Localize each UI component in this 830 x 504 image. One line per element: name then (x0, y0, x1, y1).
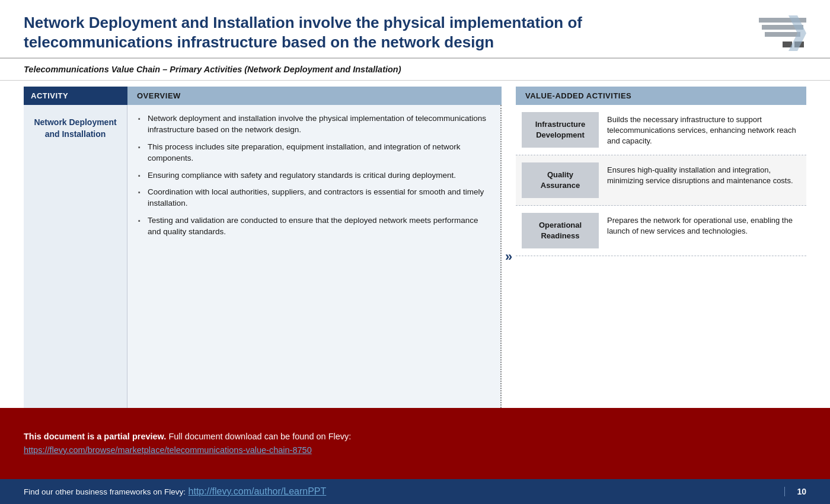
vaa-item-desc: Builds the necessary infrastructure to s… (607, 112, 800, 147)
vaa-item: Quality AssuranceEnsures high-quality in… (516, 155, 806, 206)
overview-bullet: This process includes site preparation, … (138, 142, 490, 164)
overview-bullet: Testing and validation are conducted to … (138, 215, 490, 238)
vaa-item-label: Infrastructure Development (528, 119, 593, 140)
col-separator-header (502, 87, 516, 105)
vaa-item-desc: Prepares the network for operational use… (607, 213, 800, 237)
preview-link[interactable]: https://flevy.com/browse/marketplace/tel… (24, 445, 312, 455)
footer-content: Find our other business frameworks on Fl… (24, 486, 326, 497)
footer-link[interactable]: http://flevy.com/author/LearnPPT (189, 486, 327, 496)
overview-bullet: Coordination with local authorities, sup… (138, 187, 490, 209)
page-title: Network Deployment and Installation invo… (24, 13, 676, 52)
activity-label: Network Deployment and Installation (31, 117, 120, 140)
slide: Network Deployment and Installation invo… (0, 0, 830, 504)
table-header-row: ACTIVITY OVERVIEW VALUE-ADDED ACTIVITIES (24, 87, 806, 105)
vaa-item-label: Quality Assurance (528, 170, 593, 190)
overview-bullets: Network deployment and installation invo… (138, 113, 490, 238)
table-wrapper: ACTIVITY OVERVIEW VALUE-ADDED ACTIVITIES… (24, 87, 806, 408)
chevron-double-icon: » (505, 249, 512, 264)
svg-rect-2 (765, 32, 800, 37)
col-vaa-body: Infrastructure DevelopmentBuilds the nec… (516, 105, 806, 408)
vaa-item-label-box: Infrastructure Development (522, 112, 599, 148)
preview-bold: This document is a partial preview. (24, 432, 166, 441)
vaa-item: Operational ReadinessPrepares the networ… (516, 206, 806, 256)
col-activity-body: Network Deployment and Installation (24, 105, 127, 408)
header: Network Deployment and Installation invo… (0, 0, 830, 59)
svg-rect-3 (783, 42, 792, 47)
vaa-item-desc: Ensures high-quality installation and in… (607, 162, 800, 186)
footer-label: Find our other business frameworks on Fl… (24, 487, 186, 496)
content-row: Network Deployment and Installation Netw… (24, 105, 806, 408)
overview-bullet: Ensuring compliance with safety and regu… (138, 170, 490, 181)
footer-page-number: 10 (784, 487, 806, 496)
col-activity-header: ACTIVITY (24, 87, 127, 105)
col-overview-header: OVERVIEW (127, 87, 502, 105)
col-vaa-header: VALUE-ADDED ACTIVITIES (516, 87, 806, 105)
preview-banner: This document is a partial preview. Full… (0, 408, 830, 479)
footer: Find our other business frameworks on Fl… (0, 479, 830, 504)
vaa-item-label-box: Quality Assurance (522, 162, 599, 198)
logo (753, 15, 806, 51)
subtitle: Telecommunications Value Chain – Primary… (0, 59, 830, 81)
vaa-item: Infrastructure DevelopmentBuilds the nec… (516, 105, 806, 155)
preview-text: This document is a partial preview. Full… (24, 430, 806, 457)
overview-bullet: Network deployment and installation invo… (138, 113, 490, 136)
col-overview-body: Network deployment and installation invo… (127, 105, 502, 408)
vaa-item-label: Operational Readiness (528, 220, 593, 241)
col-separator-body: » (502, 105, 516, 408)
preview-regular: Full document download can be found on F… (168, 432, 351, 441)
vaa-item-label-box: Operational Readiness (522, 213, 599, 248)
